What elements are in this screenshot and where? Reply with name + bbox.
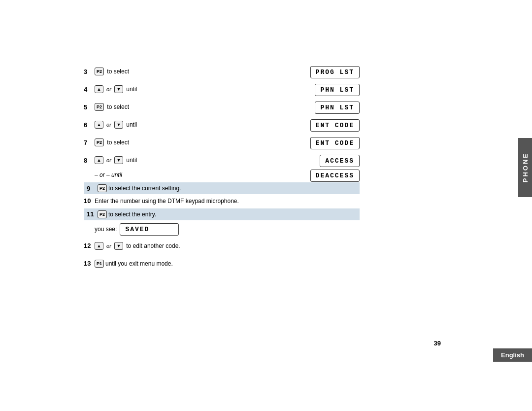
step-11-num: 11 — [87, 210, 98, 218]
step-4-row: 4 ▲ or ▼ until PHN LST — [84, 82, 360, 97]
step-11-row: 11 P2 to select the entry. — [84, 208, 360, 220]
or-text-8: or — [105, 157, 113, 163]
sub-or-text: – or – until — [95, 171, 122, 178]
step-3-instruction: P2 to select — [95, 68, 310, 75]
you-see-row: you see: SAVED — [84, 223, 360, 236]
p2-badge-5: P2 — [95, 103, 104, 111]
sub-row: – or – until DEACCESS — [84, 171, 360, 179]
step-10-block: 10 Enter the number using the DTMF keypa… — [84, 197, 360, 206]
p2-badge-11: P2 — [98, 210, 107, 218]
lcd-sub: DEACCESS — [310, 170, 360, 182]
lcd-saved: SAVED — [120, 223, 179, 236]
step-5-num: 5 — [84, 103, 95, 111]
up-arrow-4: ▲ — [95, 85, 103, 93]
lcd-7: ENT CODE — [310, 137, 360, 149]
step-4-num: 4 — [84, 86, 95, 93]
sub-display: DEACCESS — [310, 171, 360, 179]
down-arrow-8: ▼ — [114, 156, 123, 164]
lcd-6: ENT CODE — [310, 119, 360, 132]
p2-badge-3: P2 — [95, 68, 104, 75]
you-see-label: you see: — [95, 226, 117, 233]
step-5-instruction: P2 to select — [95, 103, 315, 111]
lcd-8: ACCESS — [320, 155, 360, 167]
or-text-6: or — [105, 122, 113, 128]
step-3-row: 3 P2 to select PROG LST — [84, 64, 360, 79]
down-arrow-12: ▼ — [114, 242, 123, 250]
lcd-4: PHN LST — [315, 84, 360, 96]
step-3-display: PROG LST — [310, 67, 360, 76]
step-8-row: 8 ▲ or ▼ until ACCESS — [84, 153, 360, 168]
step-10-text: Enter the number using the DTMF keypad m… — [95, 197, 239, 206]
step-12-row: 12 ▲ or ▼ to edit another code. — [84, 239, 360, 253]
step-7-instruction: P2 to select — [95, 138, 310, 146]
phone-tab-label: PHONE — [522, 152, 529, 182]
step-7-text: to select — [105, 139, 129, 146]
sub-instruction: – or – until — [95, 171, 310, 178]
step-9-instruction: P2 to select the current setting. — [98, 184, 357, 192]
up-arrow-6: ▲ — [95, 121, 103, 129]
step-3-num: 3 — [84, 68, 95, 75]
p2-badge-7: P2 — [95, 138, 104, 146]
step-9-num: 9 — [87, 185, 98, 192]
p2-badge-9: P2 — [98, 184, 107, 192]
step-7-row: 7 P2 to select ENT CODE — [84, 135, 360, 150]
step-13-row: 13 P1 until you exit menu mode. — [84, 256, 360, 271]
step-8-instruction: ▲ or ▼ until — [95, 156, 320, 164]
step-6-instruction: ▲ or ▼ until — [95, 121, 310, 129]
up-arrow-12: ▲ — [95, 242, 103, 250]
up-arrow-8: ▲ — [95, 156, 103, 164]
lcd-3: PROG LST — [310, 66, 360, 78]
step-12-num: 12 — [84, 242, 95, 249]
step-4-display: PHN LST — [315, 85, 360, 94]
step-12-instruction: ▲ or ▼ to edit another code. — [95, 242, 360, 250]
step-9-row: 9 P2 to select the current setting. — [84, 182, 360, 194]
step-13-num: 13 — [84, 260, 95, 267]
step-3-text: to select — [105, 68, 129, 75]
or-text-4: or — [105, 86, 113, 92]
step-11-instruction: P2 to select the entry. — [98, 210, 357, 218]
step-4-instruction: ▲ or ▼ until — [95, 85, 315, 93]
english-badge: English — [493, 348, 532, 362]
phone-tab: PHONE — [518, 138, 532, 197]
p1-badge-13: P1 — [95, 260, 104, 268]
step-7-num: 7 — [84, 139, 95, 146]
step-4-text: until — [125, 86, 137, 93]
step-8-text: until — [125, 157, 137, 164]
step-7-display: ENT CODE — [310, 138, 360, 147]
step-8-num: 8 — [84, 157, 95, 164]
step-13-instruction: P1 until you exit menu mode. — [95, 260, 360, 268]
step-6-display: ENT CODE — [310, 120, 360, 129]
step-6-num: 6 — [84, 121, 95, 129]
step-6-text: until — [125, 121, 137, 128]
step-9-text: to select the current setting. — [108, 185, 181, 192]
step-10-num: 10 — [84, 197, 95, 205]
step-5-display: PHN LST — [315, 103, 360, 111]
or-text-12: or — [105, 243, 113, 249]
main-content: 3 P2 to select PROG LST 4 ▲ or ▼ until P… — [84, 64, 360, 274]
page-number: 39 — [434, 340, 441, 347]
step-10-row: 10 Enter the number using the DTMF keypa… — [84, 197, 360, 206]
step-12-text: to edit another code. — [125, 242, 180, 249]
lcd-5: PHN LST — [315, 102, 360, 114]
step-11-text: to select the entry. — [108, 211, 156, 218]
step-5-row: 5 P2 to select PHN LST — [84, 100, 360, 114]
down-arrow-4: ▼ — [114, 85, 123, 93]
step-6-row: 6 ▲ or ▼ until ENT CODE — [84, 117, 360, 132]
step-8-display: ACCESS — [320, 156, 360, 165]
step-5-text: to select — [105, 103, 129, 110]
step-13-text: until you exit menu mode. — [105, 260, 173, 267]
down-arrow-6: ▼ — [114, 121, 123, 129]
